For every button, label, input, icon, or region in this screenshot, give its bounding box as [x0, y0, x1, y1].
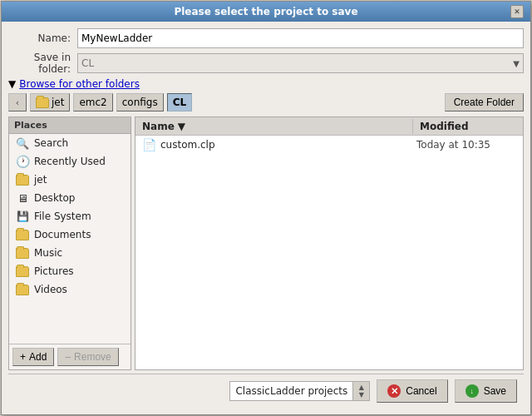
place-label-search: Search [34, 137, 68, 149]
place-label-pictures: Pictures [34, 265, 74, 277]
file-type-combo[interactable]: ClassicLadder projects ▲ ▼ [229, 381, 370, 401]
save-in-value: CL [81, 57, 94, 69]
remove-label: Remove [74, 351, 111, 363]
file-row[interactable]: 📄 custom.clp Today at 10:35 [135, 136, 523, 154]
place-item-desktop[interactable]: 🖥 Desktop [9, 189, 131, 207]
place-item-music[interactable]: Music [9, 244, 131, 262]
cancel-label: Cancel [406, 385, 436, 397]
folder-icon [16, 247, 29, 259]
files-header: Name ▼ Modified [135, 117, 523, 136]
dialog-window: Please select the project to save ✕ Name… [1, 1, 531, 415]
col-name-label: Name [142, 121, 175, 132]
cancel-icon: ✕ [387, 384, 401, 398]
nav-toolbar: ‹ jet emc2 configs CL Create Folder [8, 93, 524, 111]
place-label-desktop: Desktop [34, 192, 76, 204]
create-folder-button[interactable]: Create Folder [445, 93, 524, 111]
file-type-label: ClassicLadder projects [230, 385, 352, 397]
cancel-button[interactable]: ✕ Cancel [377, 379, 447, 403]
breadcrumb-emc2[interactable]: emc2 [73, 93, 112, 111]
breadcrumb-jet-label: jet [52, 97, 64, 108]
folder-icon [16, 265, 29, 277]
add-icon: + [20, 351, 26, 363]
file-type-arrow[interactable]: ▲ ▼ [352, 382, 369, 400]
browse-row[interactable]: ▼ Browse for other folders [8, 78, 524, 90]
places-bottom: + Add – Remove [9, 344, 131, 369]
place-item-filesystem[interactable]: 💾 File System [9, 207, 131, 225]
place-label-jet: jet [34, 174, 47, 186]
file-name: custom.clp [160, 139, 411, 151]
browse-toggle: ▼ [8, 78, 16, 90]
close-button[interactable]: ✕ [510, 5, 524, 18]
name-label: Name: [8, 32, 71, 44]
window-content: Name: Save in folder: CL ▼ ▼ Browse for … [2, 22, 530, 414]
folder-icon [16, 174, 29, 186]
desktop-icon: 🖥 [16, 192, 29, 204]
add-place-button[interactable]: + Add [12, 348, 54, 366]
file-modified: Today at 10:35 [416, 139, 516, 151]
save-in-row: Save in folder: CL ▼ [8, 52, 524, 75]
back-button[interactable]: ‹ [8, 93, 27, 111]
titlebar: Please select the project to save ✕ [2, 2, 530, 22]
files-panel: Name ▼ Modified 📄 custom.clp Today at 10… [135, 116, 524, 370]
breadcrumb-jet[interactable]: jet [30, 93, 70, 111]
add-label: Add [29, 351, 47, 363]
place-label-music: Music [34, 247, 62, 259]
browse-label[interactable]: Browse for other folders [19, 78, 140, 90]
save-in-label: Save in folder: [8, 52, 71, 75]
place-item-videos[interactable]: Videos [9, 280, 131, 299]
place-label-filesystem: File System [34, 210, 91, 222]
name-input[interactable] [77, 28, 524, 48]
save-button[interactable]: ↓ Save [455, 379, 517, 403]
name-row: Name: [8, 28, 524, 48]
places-header: Places [9, 117, 131, 134]
place-label-recently-used: Recently Used [34, 156, 106, 167]
places-panel: Places 🔍 Search 🕐 Recently Used [8, 116, 131, 370]
folder-icon [36, 97, 49, 108]
breadcrumb-emc2-label: emc2 [79, 97, 106, 108]
save-in-arrow: ▼ [513, 59, 520, 68]
save-icon: ↓ [466, 384, 479, 398]
window-title: Please select the project to save [22, 6, 510, 17]
place-label-documents: Documents [34, 229, 91, 240]
titlebar-controls: ✕ [510, 5, 524, 18]
place-label-videos: Videos [34, 284, 67, 295]
recently-used-icon: 🕐 [16, 156, 29, 167]
remove-place-button[interactable]: – Remove [57, 348, 118, 366]
remove-icon: – [65, 351, 71, 363]
main-area: Places 🔍 Search 🕐 Recently Used [8, 116, 524, 370]
places-list: 🔍 Search 🕐 Recently Used jet 🖥 [9, 134, 131, 344]
bottom-right: ClassicLadder projects ▲ ▼ ✕ Cancel ↓ Sa… [229, 379, 517, 403]
breadcrumb-cl-label: CL [173, 97, 186, 108]
bottom-bar: ClassicLadder projects ▲ ▼ ✕ Cancel ↓ Sa… [8, 374, 524, 408]
folder-icon [16, 229, 29, 240]
place-item-recently-used[interactable]: 🕐 Recently Used [9, 152, 131, 171]
sort-icon: ▼ [178, 121, 185, 132]
files-list: 📄 custom.clp Today at 10:35 [135, 136, 523, 369]
col-modified[interactable]: Modified [413, 119, 513, 134]
file-icon: 📄 [142, 138, 155, 151]
place-item-pictures[interactable]: Pictures [9, 262, 131, 280]
breadcrumb-configs-label: configs [122, 97, 158, 108]
search-icon: 🔍 [16, 137, 29, 149]
arrow-up: ▲ [359, 384, 364, 391]
folder-icon [16, 284, 29, 295]
col-name[interactable]: Name ▼ [135, 119, 413, 134]
arrow-down: ▼ [359, 391, 364, 399]
breadcrumb-cl[interactable]: CL [167, 93, 192, 111]
save-label: Save [484, 385, 506, 397]
col-modified-label: Modified [420, 121, 469, 132]
place-item-jet[interactable]: jet [9, 171, 131, 189]
breadcrumb-configs[interactable]: configs [116, 93, 164, 111]
save-in-combo[interactable]: CL ▼ [77, 53, 524, 73]
drive-icon: 💾 [16, 210, 29, 222]
place-item-search[interactable]: 🔍 Search [9, 134, 131, 152]
place-item-documents[interactable]: Documents [9, 225, 131, 244]
